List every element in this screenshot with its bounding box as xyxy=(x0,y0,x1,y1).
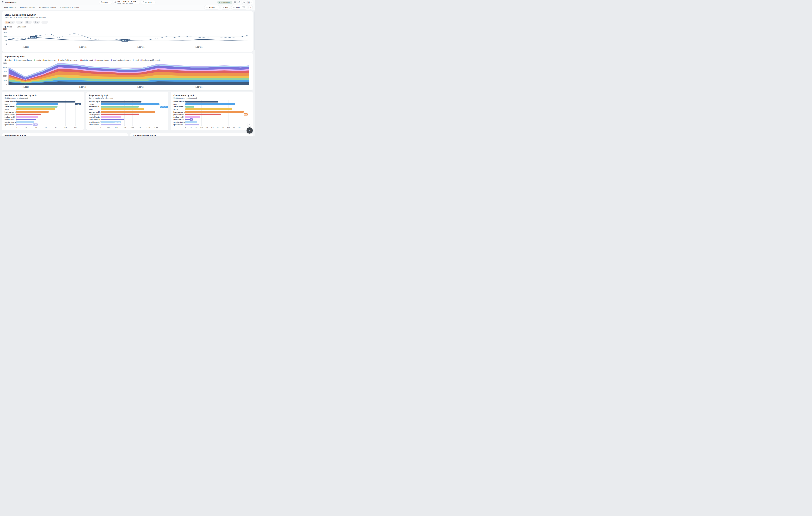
bar-medical-health[interactable] xyxy=(101,116,121,118)
bar-entertainment-t-[interactable] xyxy=(185,119,190,120)
bar-politics-political-[interactable] xyxy=(185,114,221,115)
page: Piano Analytics Mysite xyxy=(0,0,255,136)
filter-icon xyxy=(43,22,45,23)
bar-medical-health[interactable] xyxy=(185,116,200,118)
public-toggle[interactable] xyxy=(242,6,245,8)
public-toggle-button[interactable]: Public xyxy=(231,5,247,9)
legend-item-travel[interactable]: travel xyxy=(133,59,139,61)
notifications-button[interactable] xyxy=(242,0,246,4)
people-icon xyxy=(233,6,235,8)
bar-politics[interactable] xyxy=(101,103,160,105)
legend-item-medical[interactable]: medical xyxy=(4,59,12,61)
bar-business-and-fin-[interactable] xyxy=(17,111,49,113)
bar-card-subtitle: Sort by number of articles read. xyxy=(89,97,166,99)
bar-business-and-fin-[interactable] xyxy=(185,111,243,113)
bar-politics-political-[interactable] xyxy=(101,114,139,115)
tab-following-specific-event[interactable]: Following specific event xyxy=(60,4,79,10)
settings-selector[interactable] xyxy=(33,21,40,24)
site-selector[interactable]: Mysite xyxy=(99,0,112,4)
bar-politics-political-[interactable] xyxy=(17,114,41,115)
bar-card-subtitle: Sort by number of articles read. xyxy=(4,97,81,99)
bar-label-medical-health: medical-health xyxy=(173,116,184,118)
bar-label-politics: politics xyxy=(89,104,94,105)
bar-sports-soccer[interactable] xyxy=(17,124,32,125)
bar-sensitive-topics[interactable] xyxy=(101,101,141,103)
help-button[interactable]: ? xyxy=(238,0,241,4)
dashboard-tabs: Global audienceAudience by topicsAd Reve… xyxy=(3,4,79,10)
x-tick-label: 0 xyxy=(16,127,17,129)
bar-entertainment[interactable] xyxy=(101,106,139,108)
legend-item-sensitive-topics[interactable]: sensitive-topics xyxy=(42,59,56,61)
legend-item-family-and-relationships[interactable]: family-and-relationships xyxy=(111,59,131,61)
data-source-selector[interactable] xyxy=(25,21,32,24)
bar-label-sensitive-topics-: sensitive-topics/... xyxy=(89,121,102,123)
date-range-selector[interactable]: Sep 7, 2024 - Oct 6, 2024 Aug 3, 2024 - … xyxy=(113,0,140,4)
x-tick-label: 400K xyxy=(115,127,118,129)
add-filter-button[interactable]: Add filter + xyxy=(204,5,220,9)
x-tick-label: 1.4M xyxy=(154,127,158,129)
legend-label: entertainment xyxy=(82,59,93,61)
legend-item-politics-political-issues-[interactable]: politics/political-issues-... xyxy=(58,59,79,61)
eco-friendly-label: Eco-friendly xyxy=(222,1,230,3)
apps-grid-button[interactable] xyxy=(233,0,237,4)
legend-item-entertainment[interactable]: entertainment xyxy=(80,59,93,61)
x-tick-label: 200K xyxy=(107,127,111,129)
bar-sports-soccer[interactable] xyxy=(185,124,199,125)
edit-button[interactable]: Edit xyxy=(221,5,230,9)
bar-value-badge: 325,583 xyxy=(114,121,121,123)
rocket-icon xyxy=(249,123,251,125)
kpi-accent-bar xyxy=(6,22,6,23)
bar-entertainment[interactable] xyxy=(17,106,57,108)
bar-politics[interactable] xyxy=(185,103,235,105)
svg-text:150K: 150K xyxy=(3,32,7,34)
legend-swatch xyxy=(4,59,6,61)
bar-entertainment-t-[interactable] xyxy=(17,119,36,120)
line-series-comparison[interactable] xyxy=(9,33,249,40)
kpi-controls: Visits xyxy=(4,21,253,24)
x-tick-label: 50 xyxy=(190,127,192,129)
x-tick-label: 250 xyxy=(211,127,213,129)
legend-swatch xyxy=(14,59,16,61)
x-tick-label: 10K xyxy=(64,127,67,129)
chart-type-selector[interactable] xyxy=(16,21,23,24)
page-views-area-chart[interactable]: 0100K200K300K400K500K9/9/20249/16/20249/… xyxy=(2,62,253,90)
bar-medical-health[interactable] xyxy=(17,116,38,118)
user-menu[interactable]: VM xyxy=(247,0,253,4)
line-series-mysite[interactable] xyxy=(9,37,249,40)
app-logo[interactable]: Piano Analytics xyxy=(2,1,18,4)
bar-sports[interactable] xyxy=(185,108,232,110)
scrollbar-thumb[interactable] xyxy=(254,11,255,50)
area-card-title: Page views by topic xyxy=(4,55,250,58)
bar-sports-soccer[interactable] xyxy=(101,124,121,125)
bar-sensitive-topics-[interactable] xyxy=(17,121,34,123)
eco-friendly-badge[interactable]: Eco-friendly xyxy=(217,1,232,4)
alerts-selector[interactable]: My alerts xyxy=(141,0,155,4)
bar-sensitive-topics[interactable] xyxy=(185,101,218,103)
tab-global-audience[interactable]: Global audience xyxy=(3,4,16,10)
add-widget-fab[interactable]: + xyxy=(246,127,253,134)
bell-icon xyxy=(243,1,245,3)
svg-text:90,234: 90,234 xyxy=(31,36,36,38)
bar-politics[interactable] xyxy=(17,103,58,105)
bar-sports[interactable] xyxy=(101,108,144,110)
tab-ad-revenue-insights[interactable]: Ad Revenue Insights xyxy=(39,4,56,10)
rocket-button[interactable] xyxy=(247,122,252,126)
legend-item-business-and-finance[interactable]: business-and-finance xyxy=(14,59,32,61)
tab-audience-by-topics[interactable]: Audience by topics xyxy=(20,4,35,10)
more-options-button[interactable]: ⋯ xyxy=(249,5,253,9)
bar-business-and-fin-[interactable] xyxy=(101,111,155,113)
legend-item-personal-finance[interactable]: personal-finance xyxy=(94,59,109,61)
bar-sports[interactable] xyxy=(17,108,55,110)
conversions-bar-chart: 050100150200250300350400450500sensitive-… xyxy=(171,100,253,129)
legend-item-business-and-finance-b-[interactable]: business-and-finance/b... xyxy=(141,59,162,61)
bar-entertainment-t-[interactable] xyxy=(101,119,124,120)
bar-sensitive-topics[interactable] xyxy=(17,101,75,103)
bar-sensitive-topics-[interactable] xyxy=(185,121,197,123)
kpi-selector[interactable]: Visits xyxy=(4,21,15,24)
legend-item-sports[interactable]: sports xyxy=(34,59,41,61)
segment-filter-button[interactable]: + xyxy=(41,21,48,24)
bar-sensitive-topics-[interactable] xyxy=(101,121,114,123)
bar-entertainment[interactable] xyxy=(185,106,194,108)
bar-label-entertainment-t-: entertainment/t... xyxy=(89,119,101,120)
kpi-line-chart[interactable]: 050K100K150K200K9/9/20249/16/20249/23/20… xyxy=(2,27,253,51)
